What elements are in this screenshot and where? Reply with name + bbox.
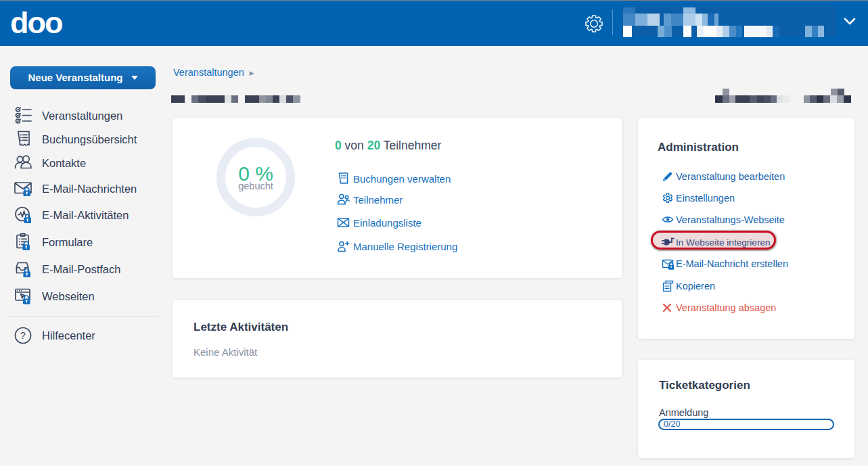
svg-text:?: ? — [20, 330, 26, 341]
